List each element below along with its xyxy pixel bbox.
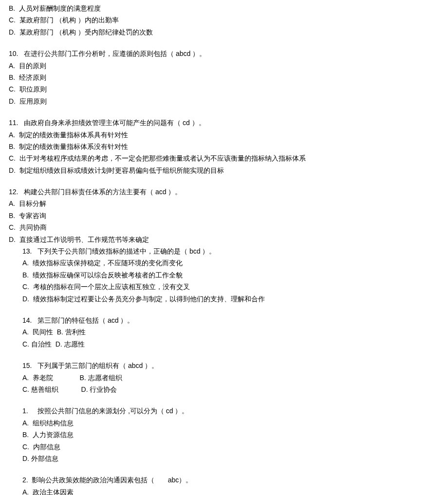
text-line: C. 自治性 D. 志愿性 — [9, 339, 439, 349]
text-line: C. 考核的指标在同一个层次上应该相互独立，没有交叉 — [9, 281, 439, 292]
text-line: 14. 第三部门的特征包括（ acd ）。 — [9, 315, 439, 326]
text-line: A. 目标分解 — [9, 198, 439, 209]
text-line: A. 组织结构信息 — [9, 418, 439, 428]
text-line: A. 制定的绩效衡量指标体系具有针对性 — [9, 129, 439, 140]
text-line: B. 制定的绩效衡量指标体系没有针对性 — [9, 141, 439, 152]
text-line: D. 直接通过工作说明书、工作规范书等来确定 — [9, 234, 439, 245]
blank-line — [9, 350, 439, 359]
text-line: 1. 按照公共部门信息的来源划分 ,可以分为（ cd ）。 — [9, 405, 439, 416]
text-line: 13. 下列关于公共部门绩效指标的描述中，正确的是（ bcd ）。 — [9, 246, 439, 257]
text-line: D. 某政府部门 （机构 ）受内部纪律处罚的次数 — [9, 27, 439, 37]
blank-line — [9, 38, 439, 47]
text-line: D. 应用原则 — [9, 96, 439, 107]
text-line: C. 职位原则 — [9, 84, 439, 94]
text-line: A. 绩效指标应该保持稳定，不应随环境的变化而变化 — [9, 257, 439, 268]
text-line: C. 内部信息 — [9, 441, 439, 452]
text-line: 15. 下列属于第三部门的组织有（ abcd ）。 — [9, 360, 439, 371]
text-line: D. 绩效指标制定过程要让公务员充分参与制定，以得到他们的支持、理解和合作 — [9, 293, 439, 304]
text-line: D. 制定组织绩效目标或绩效计划时更容易偏向低于组织所能实现的目标 — [9, 165, 439, 176]
text-line: B. 绩效指标应确保可以综合反映被考核者的工作全貌 — [9, 270, 439, 280]
blank-line — [9, 108, 439, 116]
blank-line — [9, 465, 439, 474]
text-line: A. 民间性 B. 营利性 — [9, 327, 439, 337]
blank-line — [9, 305, 439, 314]
blank-line — [9, 177, 439, 185]
blank-line — [9, 396, 439, 404]
text-line: A. 政治主体因素 — [9, 487, 439, 495]
text-line: 10. 在进行公共部门工作分析时，应遵循的原则包括（ abcd ）。 — [9, 48, 439, 59]
text-line: B. 经济原则 — [9, 72, 439, 83]
text-line: A. 目的原则 — [9, 60, 439, 71]
text-line: A. 养老院 B. 志愿者组织 — [9, 372, 439, 383]
text-line: 12. 构建公共部门目标责任体系的方法主要有（ acd ）。 — [9, 186, 439, 197]
text-line: C. 共同协商 — [9, 222, 439, 233]
text-line: C. 慈善组织 D. 行业协会 — [9, 384, 439, 395]
document-page: B. 人员对薪酬制度的满意程度C. 某政府部门 （机构 ）内的出勤率D. 某政府… — [0, 0, 448, 495]
text-line: 2. 影响公共政策效能的政治沟通因素包括（ abc）。 — [9, 475, 439, 485]
text-line: B. 专家咨询 — [9, 210, 439, 221]
text-line: 11. 由政府自身来承担绩效管理主体可能产生的问题有（ cd ）。 — [9, 117, 439, 128]
text-line: D. 外部信息 — [9, 453, 439, 464]
text-line: C. 某政府部门 （机构 ）内的出勤率 — [9, 15, 439, 25]
text-line: C. 出于对考核程序或结果的考虑，不一定会把那些难衡量或者认为不应该衡量的指标纳… — [9, 153, 439, 164]
text-line: B. 人力资源信息 — [9, 429, 439, 440]
text-line: B. 人员对薪酬制度的满意程度 — [9, 3, 439, 14]
